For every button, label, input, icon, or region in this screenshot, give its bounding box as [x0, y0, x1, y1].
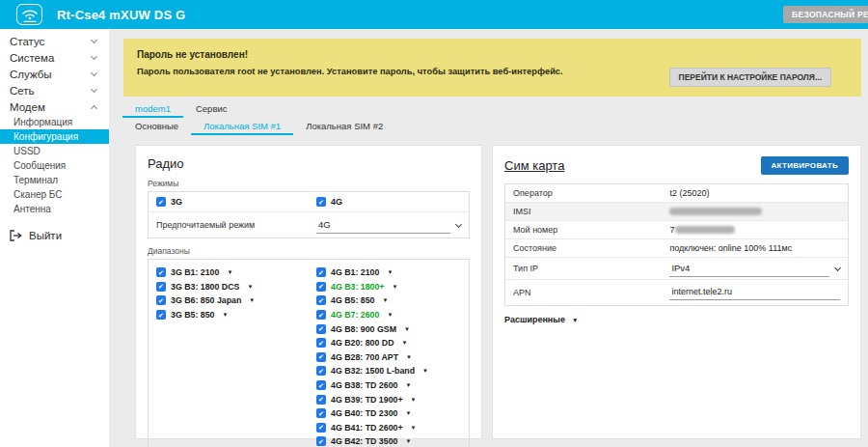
row-label: IMSI — [505, 207, 669, 216]
band-dropdown-icon[interactable]: ▼ — [382, 297, 388, 303]
checkbox-icon[interactable] — [316, 366, 326, 376]
sidebar-item-services[interactable]: Службы — [0, 66, 109, 82]
imsi-value — [669, 208, 848, 215]
band-row[interactable]: 3G B5: 850▼ — [156, 308, 301, 322]
sidebar-item-information[interactable]: Информация — [0, 115, 109, 129]
table-row-ip-type: Тип IP IPv4 — [505, 258, 848, 280]
checkbox-icon[interactable] — [316, 380, 326, 390]
band-dropdown-icon[interactable]: ▼ — [402, 340, 408, 346]
table-row-imsi: IMSI — [505, 203, 848, 221]
band-row[interactable]: 4G B39: TD 1900+▼ — [316, 392, 461, 406]
band-dropdown-icon[interactable]: ▼ — [422, 368, 428, 374]
sidebar-item-bs-scanner[interactable]: Сканер БС — [0, 187, 109, 202]
band-dropdown-icon[interactable]: ▼ — [406, 354, 412, 360]
preferred-mode-select[interactable]: 4G — [309, 217, 469, 234]
checkbox-icon[interactable] — [316, 267, 326, 277]
sidebar-item-modem[interactable]: Модем — [0, 98, 109, 115]
warning-title: Пароль не установлен! — [137, 49, 848, 60]
band-dropdown-icon[interactable]: ▼ — [247, 284, 253, 290]
band-row[interactable]: 4G B7: 2600▼ — [316, 308, 461, 322]
band-row[interactable]: 4G B41: TD 2600+▼ — [316, 421, 461, 435]
checkbox-icon[interactable] — [316, 395, 326, 405]
band-row[interactable]: 3G B3: 1800 DCS▼ — [156, 280, 301, 294]
safe-mode-button[interactable]: БЕЗОПАСНЫЙ РЕЖИМ ВЫКЛЮЧЕН — [783, 6, 868, 23]
modes-label: Режимы — [148, 179, 470, 188]
main-content: Пароль не установлен! Пароль пользовател… — [109, 29, 868, 447]
tab-local-sim1[interactable]: Локальная SIM #1 — [191, 119, 293, 135]
band-dropdown-icon[interactable]: ▼ — [405, 410, 411, 416]
band-dropdown-icon[interactable]: ▼ — [404, 326, 410, 332]
checkbox-icon[interactable] — [156, 295, 166, 305]
checkbox-icon[interactable] — [316, 408, 326, 418]
band-row[interactable]: 4G B8: 900 GSM▼ — [316, 321, 461, 336]
tab-basic[interactable]: Основные — [122, 119, 191, 135]
mode-4g-row[interactable]: 4G — [309, 192, 469, 211]
checkbox-icon[interactable] — [316, 436, 326, 446]
sidebar-item-network[interactable]: Сеть — [0, 82, 109, 98]
band-dropdown-icon[interactable]: ▼ — [393, 284, 398, 290]
checkbox-icon[interactable] — [316, 338, 326, 348]
band-row[interactable]: 4G B38: TD 2600▼ — [316, 378, 461, 393]
band-dropdown-icon[interactable]: ▼ — [411, 397, 417, 403]
band-row[interactable]: 4G B20: 800 DD▼ — [316, 336, 461, 350]
table-row-phone: Мой номер 7 — [505, 221, 848, 239]
checkbox-icon[interactable] — [316, 423, 326, 433]
band-dropdown-icon[interactable]: ▼ — [387, 312, 393, 318]
sidebar-item-system[interactable]: Система — [0, 49, 109, 66]
table-row-state: Состояние подключен: online 100% 111мс — [505, 239, 848, 258]
activate-button[interactable]: АКТИВИРОВАТЬ — [761, 156, 849, 175]
password-warning-banner: Пароль не установлен! Пароль пользовател… — [123, 39, 861, 97]
sidebar-item-configuration[interactable]: Конфигурация — [0, 129, 109, 144]
band-row[interactable]: 3G B1: 2100▼ — [156, 265, 301, 280]
go-to-password-settings-button[interactable]: ПЕРЕЙТИ К НАСТРОЙКЕ ПАРОЛЯ... — [669, 68, 831, 87]
sidebar-item-label: Система — [10, 52, 92, 64]
band-dropdown-icon[interactable]: ▼ — [222, 312, 228, 318]
checkbox-icon[interactable] — [316, 324, 326, 334]
ip-type-select[interactable]: IPv4 — [669, 261, 848, 277]
chevron-down-icon — [91, 53, 97, 60]
checkbox-icon[interactable] — [156, 267, 166, 277]
band-dropdown-icon[interactable]: ▼ — [405, 438, 411, 444]
tab-modem1[interactable]: modem1 — [122, 101, 183, 118]
tab-service[interactable]: Сервис — [183, 101, 240, 118]
top-bar: Rt-Cse4 mXUW DS G БЕЗОПАСНЫЙ РЕЖИМ ВЫКЛЮ… — [0, 0, 868, 29]
band-row[interactable]: 4G B42: TD 3500▼ — [316, 434, 461, 447]
sidebar-item-ussd[interactable]: USSD — [0, 144, 109, 158]
advanced-toggle[interactable]: Расширенные ▼ — [504, 315, 849, 324]
mode-label: 3G — [171, 197, 182, 207]
band-row[interactable]: 4G B5: 850▼ — [316, 293, 461, 308]
tab-local-sim2[interactable]: Локальная SIM #2 — [293, 119, 395, 135]
checkbox-icon[interactable] — [316, 282, 326, 292]
checkbox-icon[interactable] — [156, 197, 166, 207]
checkbox-icon[interactable] — [316, 352, 326, 362]
sidebar-item-messages[interactable]: Сообщения — [0, 158, 109, 173]
sidebar-item-status[interactable]: Статус — [0, 33, 109, 49]
band-dropdown-icon[interactable]: ▼ — [387, 269, 393, 275]
band-dropdown-icon[interactable]: ▼ — [405, 382, 411, 388]
checkbox-icon[interactable] — [316, 295, 326, 305]
band-row[interactable]: 4G B1: 2100▼ — [316, 265, 461, 280]
sim-panel: Сим карта АКТИВИРОВАТЬ Оператор t2 (2502… — [492, 145, 861, 439]
checkbox-icon[interactable] — [156, 282, 166, 292]
router-wifi-icon — [16, 4, 42, 25]
band-dropdown-icon[interactable]: ▼ — [249, 297, 255, 303]
band-dropdown-icon[interactable]: ▼ — [227, 269, 232, 275]
checkbox-icon[interactable] — [316, 310, 326, 320]
band-row[interactable]: 4G B3: 1800+▼ — [316, 280, 461, 294]
mode-3g-row[interactable]: 3G — [149, 192, 309, 211]
sidebar-item-terminal[interactable]: Терминал — [0, 173, 109, 187]
band-dropdown-icon[interactable]: ▼ — [411, 425, 417, 431]
chevron-down-icon — [91, 37, 97, 43]
advanced-dropdown-icon: ▼ — [572, 317, 578, 323]
band-row[interactable]: 3G B6: 850 Japan▼ — [156, 293, 301, 308]
connection-state-value: подключен: online 100% 111мс — [669, 243, 848, 253]
apn-input[interactable]: internet.tele2.ru — [669, 285, 840, 300]
checkbox-icon[interactable] — [316, 197, 326, 207]
band-row[interactable]: 4G B40: TD 2300▼ — [316, 406, 461, 421]
row-label: Мой номер — [505, 225, 669, 235]
logout-button[interactable]: Выйти — [0, 230, 109, 241]
band-row[interactable]: 4G B28: 700 APT▼ — [316, 350, 461, 365]
checkbox-icon[interactable] — [156, 310, 166, 320]
sidebar-item-antenna[interactable]: Антенна — [0, 202, 109, 216]
band-row[interactable]: 4G B32: 1500 L-band▼ — [316, 364, 461, 378]
